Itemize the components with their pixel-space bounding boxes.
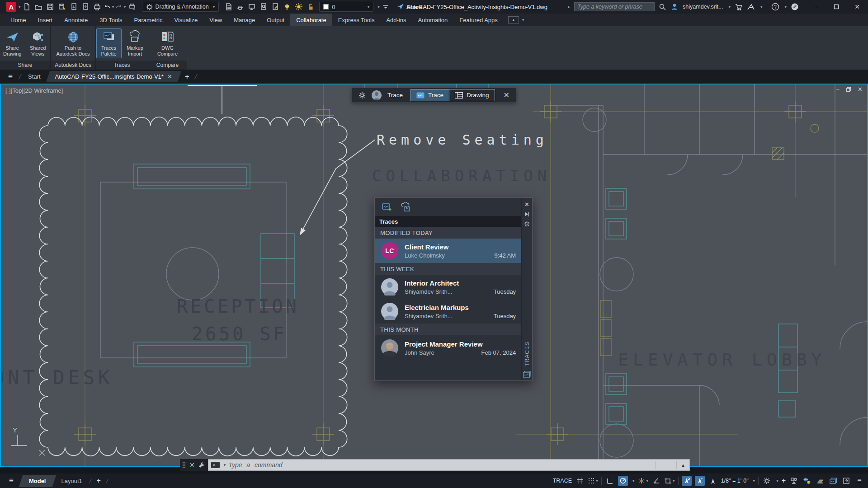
ortho-toggle[interactable] — [605, 476, 615, 486]
tab-3d-tools[interactable]: 3D Tools — [94, 14, 128, 26]
layout1-tab[interactable]: Layout1 — [57, 478, 85, 484]
traces-palette-button[interactable]: TracesPalette — [96, 28, 122, 58]
command-drag-handle[interactable] — [182, 461, 186, 469]
layout-menu-icon[interactable]: ≡ — [5, 476, 17, 485]
lightbulb-button[interactable] — [281, 1, 293, 12]
annotation-monitor-button[interactable] — [815, 476, 825, 486]
isometric-drafting-toggle[interactable]: ▾ — [638, 476, 649, 486]
viewport-label[interactable]: [-][Top][2D Wireframe] — [5, 87, 63, 94]
user-icon[interactable] — [670, 3, 679, 11]
close-button[interactable]: ✕ — [854, 3, 860, 10]
workspace-switching-button[interactable] — [762, 476, 772, 486]
snap-flyout-arrow-icon[interactable]: ▾ — [596, 479, 598, 483]
command-history-button[interactable]: ▲ — [679, 463, 687, 468]
new-layout-button[interactable]: + — [94, 477, 102, 485]
polar-tracking-toggle[interactable] — [618, 476, 628, 486]
autodesk-menu-arrow-icon[interactable]: ▾ — [760, 5, 763, 9]
push-to-autodesk-docs-button[interactable]: Push toAutodesk Docs — [53, 28, 94, 58]
tab-featured-apps[interactable]: Featured Apps — [453, 14, 504, 26]
scale-flyout-arrow-icon[interactable]: ▾ — [753, 479, 755, 483]
file-tab-active[interactable]: AutoCAD-FY25-Offic...Insights-Demo-V1* ✕ — [48, 71, 179, 82]
lock-button[interactable] — [305, 1, 316, 12]
trace-owner-avatar[interactable] — [372, 90, 382, 100]
tab-manage[interactable]: Manage — [228, 14, 261, 26]
share-drawing-button[interactable]: ShareDrawing — [0, 28, 25, 58]
help-icon[interactable]: ? — [771, 3, 779, 11]
trace-mode-label[interactable]: TRACE — [553, 478, 572, 484]
tab-insert[interactable]: Insert — [32, 14, 59, 26]
app-menu-button[interactable]: A — [6, 2, 16, 12]
graphics-performance-button[interactable] — [802, 476, 812, 486]
model-tab[interactable]: Model — [21, 475, 54, 487]
share-view-button[interactable] — [246, 1, 258, 12]
file-tab-close-icon[interactable]: ✕ — [167, 73, 172, 80]
open-button[interactable] — [33, 1, 44, 12]
trace-item-interior-architect[interactable]: Interior Architect Shiyamdev Srith...Tue… — [375, 275, 521, 299]
annotation-autoscale-toggle[interactable] — [695, 476, 705, 486]
batch-plot-button[interactable] — [127, 1, 138, 12]
panel-label-compare[interactable]: Compare — [148, 61, 187, 70]
dwg-compare-button[interactable]: DWGCompare — [155, 28, 180, 58]
tab-visualize[interactable]: Visualize — [168, 14, 203, 26]
command-input[interactable] — [228, 461, 652, 469]
polar-flyout-arrow-icon[interactable]: ▾ — [632, 479, 635, 483]
annotation-visibility-toggle[interactable] — [682, 476, 692, 486]
workspace-switcher[interactable]: Drafting & Annotation ▾ — [142, 2, 219, 12]
annotation-scale-value[interactable]: 1/8" = 1'-0" — [721, 478, 749, 484]
tab-output[interactable]: Output — [261, 14, 290, 26]
tab-home[interactable]: Home — [5, 14, 32, 26]
ribbon-collapse-button[interactable]: ▲ — [508, 16, 519, 23]
tab-express-tools[interactable]: Express Tools — [332, 14, 381, 26]
new-trace-icon[interactable] — [382, 202, 392, 211]
grid-display-toggle[interactable] — [575, 476, 585, 486]
markup-button[interactable] — [269, 1, 281, 12]
minimize-button[interactable]: − — [815, 3, 818, 10]
sheet-set-button[interactable] — [222, 1, 234, 12]
search-icon[interactable] — [659, 3, 666, 11]
user-name[interactable]: shiyamdev.srit... — [683, 4, 723, 10]
object-snap-toggle[interactable]: ▾ — [665, 476, 675, 486]
tab-parametric[interactable]: Parametric — [128, 14, 169, 26]
panel-label-traces[interactable]: Traces — [96, 61, 148, 70]
status-customization-plus-button[interactable]: + — [782, 477, 786, 485]
trace-mode-button[interactable]: Trace — [410, 89, 449, 101]
isolate-objects-button[interactable] — [789, 476, 799, 486]
redo-button[interactable]: ▾ — [115, 1, 127, 12]
command-customize-wrench-icon[interactable] — [198, 461, 205, 469]
ribbon-collapse-arrow-icon[interactable]: ▾ — [522, 18, 524, 22]
drawing-canvas[interactable]: Remove Seating COLLABORATION RECEPTION 2… — [0, 84, 868, 467]
panel-label-share[interactable]: Share — [0, 61, 50, 70]
qat-customize-button[interactable] — [380, 1, 392, 12]
layer-dropdown[interactable]: 0 ▾ — [319, 2, 373, 12]
search-flyout-arrow-icon[interactable]: ▸ — [568, 5, 571, 9]
trace-settings-gear-icon[interactable] — [359, 92, 366, 99]
file-tabs-menu-icon[interactable]: ≡ — [5, 72, 16, 81]
markup-import-button[interactable]: MarkupImport — [123, 28, 148, 58]
command-input-area[interactable]: >_▾ ▲ — [208, 459, 690, 471]
save-button[interactable] — [44, 1, 56, 12]
snap-mode-toggle[interactable]: ▾ — [588, 476, 598, 486]
palette-close-button[interactable]: ✕ — [524, 202, 529, 208]
undo-button[interactable]: ▾ — [103, 1, 115, 12]
import-markup-icon[interactable] — [400, 202, 411, 211]
tab-collaborate[interactable]: Collaborate — [290, 14, 332, 26]
open-from-web-button[interactable] — [80, 1, 91, 12]
viewport-restore-button[interactable] — [846, 87, 851, 92]
help-menu-arrow-icon[interactable]: ▾ — [785, 5, 787, 9]
user-menu-arrow-icon[interactable]: ▾ — [728, 5, 731, 9]
clean-screen-button[interactable] — [841, 476, 851, 486]
trace-item-project-manager-review[interactable]: Project Manager Review John SayreFeb 07,… — [375, 335, 521, 361]
trace-status-button[interactable] — [828, 476, 838, 486]
trace-toolbar-close-button[interactable]: ✕ — [504, 91, 509, 99]
maximize-button[interactable] — [834, 4, 839, 9]
plot-button[interactable] — [91, 1, 103, 12]
auto-hide-pin-icon[interactable] — [524, 211, 530, 217]
search-input[interactable] — [577, 4, 651, 10]
tab-automation[interactable]: Automation — [412, 14, 453, 26]
file-tab-start[interactable]: Start — [24, 73, 45, 80]
object-snap-tracking-toggle[interactable] — [651, 476, 661, 486]
tab-add-ins[interactable]: Add-ins — [380, 14, 412, 26]
brightness-button[interactable] — [293, 1, 305, 12]
new-drawing-button[interactable] — [21, 1, 33, 12]
osnap-flyout-arrow-icon[interactable]: ▾ — [673, 479, 675, 483]
